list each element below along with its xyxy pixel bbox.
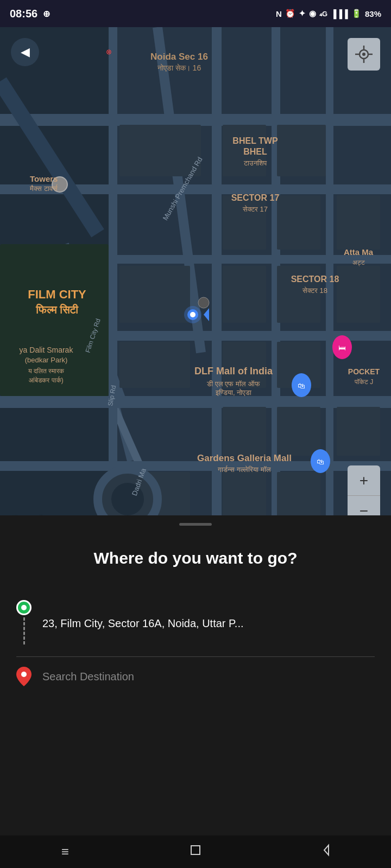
svg-text:Towers: Towers xyxy=(30,174,58,183)
locate-me-button[interactable] xyxy=(348,38,380,71)
svg-point-88 xyxy=(362,53,365,56)
destination-pin-icon xyxy=(16,667,31,686)
svg-text:⊗: ⊗ xyxy=(106,48,112,56)
svg-text:पॉकेट J: पॉकेट J xyxy=(354,378,373,386)
nav-bar: ≡ xyxy=(0,835,391,868)
svg-rect-20 xyxy=(223,195,266,250)
map-area[interactable]: Noida Sec 16 ⊗ नोएडा सेक। 16 BHEL TWP BH… xyxy=(0,27,391,542)
destination-icon-wrap xyxy=(16,667,31,686)
current-location-row[interactable]: 23, Film City, Sector 16A, Noida, Uttar … xyxy=(16,590,375,656)
drag-handle[interactable] xyxy=(179,523,212,526)
zoom-in-button[interactable]: + xyxy=(348,465,380,496)
network-icon: ₄G xyxy=(319,10,327,18)
bluetooth-icon: ✦ xyxy=(299,9,306,18)
alarm-icon: ⏰ xyxy=(285,9,295,18)
svg-text:BHEL TWP: BHEL TWP xyxy=(232,136,278,145)
svg-text:टाउनशिप: टाउनशिप xyxy=(243,159,267,167)
svg-rect-31 xyxy=(277,407,320,456)
svg-rect-24 xyxy=(223,266,266,323)
svg-rect-17 xyxy=(119,125,201,176)
bottom-sheet: Where do you want to go? 23, Film City, … xyxy=(0,515,391,835)
svg-text:सेक्टर 18: सेक्टर 18 xyxy=(302,286,327,295)
svg-text:अट्ट: अट्ट xyxy=(352,259,365,266)
svg-rect-32 xyxy=(337,407,380,456)
back-arrow-icon: ◀ xyxy=(21,45,30,59)
svg-text:SECTOR 18: SECTOR 18 xyxy=(291,275,339,284)
svg-text:SECTOR 17: SECTOR 17 xyxy=(231,193,280,202)
svg-text:FILM CITY: FILM CITY xyxy=(28,288,86,301)
back-nav-button[interactable] xyxy=(310,841,342,863)
svg-rect-19 xyxy=(277,125,326,176)
menu-icon: ≡ xyxy=(61,844,69,859)
svg-text:(bedkar Park): (bedkar Park) xyxy=(25,356,68,364)
svg-text:मैक्स टावर्स: मैक्स टावर्स xyxy=(29,184,58,193)
svg-text:BHEL: BHEL xyxy=(243,147,267,156)
map-background: Noida Sec 16 ⊗ नोएडा सेक। 16 BHEL TWP BH… xyxy=(0,27,391,542)
signal-bars-icon: ▐▐▐ xyxy=(331,9,348,18)
svg-rect-27 xyxy=(119,342,190,388)
route-line xyxy=(23,617,25,644)
current-location-text[interactable]: 23, Film City, Sector 16A, Noida, Uttar … xyxy=(42,616,375,630)
svg-rect-90 xyxy=(191,846,200,854)
location-inputs: 23, Film City, Sector 16A, Noida, Uttar … xyxy=(0,590,391,696)
svg-text:आंबेडकर पार्क): आंबेडकर पार्क) xyxy=(29,376,63,384)
svg-rect-15 xyxy=(109,27,117,542)
battery-percent: 83% xyxy=(365,9,381,18)
svg-text:फिल्म सिटी: फिल्म सिटी xyxy=(35,303,79,316)
svg-text:य दलित स्मारक: य दलित स्मारक xyxy=(28,367,65,375)
svg-text:🛏: 🛏 xyxy=(338,343,346,352)
svg-text:गार्डन्स गल्लेरिया मॉल: गार्डन्स गल्लेरिया मॉल xyxy=(217,465,270,474)
svg-rect-30 xyxy=(223,407,266,456)
destination-placeholder[interactable]: Search Destination xyxy=(42,671,134,683)
svg-marker-91 xyxy=(324,845,329,855)
svg-text:Gardens Galleria Mall: Gardens Galleria Mall xyxy=(197,453,292,463)
back-icon xyxy=(319,843,333,860)
svg-text:इण्डिया, नोएडा: इण्डिया, नोएडा xyxy=(215,388,252,397)
svg-rect-22 xyxy=(337,195,380,250)
svg-text:🛍: 🛍 xyxy=(317,457,324,466)
svg-text:DLF Mall of India: DLF Mall of India xyxy=(194,366,273,376)
svg-point-82 xyxy=(198,297,209,308)
destination-row[interactable]: Search Destination xyxy=(16,656,375,696)
svg-rect-26 xyxy=(337,266,380,323)
status-bar: 08:56 ⊕ N ⏰ ✦ ◉ ₄G ▐▐▐ 🔋 83% xyxy=(0,0,391,27)
menu-nav-button[interactable]: ≡ xyxy=(49,841,81,863)
location-icon: ◉ xyxy=(309,9,316,18)
battery-icon: 🔋 xyxy=(351,9,362,18)
status-time: 08:56 xyxy=(10,8,37,20)
svg-text:सेक्टर 17: सेक्टर 17 xyxy=(242,205,268,213)
sheet-title: Where do you want to go? xyxy=(16,547,375,569)
status-left: 08:56 ⊕ xyxy=(10,8,50,20)
home-icon xyxy=(188,843,203,860)
whatsapp-icon: ⊕ xyxy=(43,9,50,19)
map-back-button[interactable]: ◀ xyxy=(11,38,39,66)
status-right: N ⏰ ✦ ◉ ₄G ▐▐▐ 🔋 83% xyxy=(276,9,381,18)
svg-text:POCKET: POCKET xyxy=(348,367,380,376)
svg-rect-23 xyxy=(119,266,190,323)
svg-point-74 xyxy=(190,312,195,317)
svg-rect-37 xyxy=(11,255,98,385)
origin-icon-wrap xyxy=(16,600,31,647)
svg-text:डी एल एफ मॉल ऑफ: डी एल एफ मॉल ऑफ xyxy=(206,380,260,388)
svg-text:Atta Ma: Atta Ma xyxy=(344,247,374,257)
home-nav-button[interactable] xyxy=(179,841,212,863)
nfc-icon: N xyxy=(276,9,282,18)
svg-text:🛍: 🛍 xyxy=(298,381,305,390)
svg-point-89 xyxy=(21,672,27,677)
svg-text:नोएडा सेक। 16: नोएडा सेक। 16 xyxy=(157,63,201,72)
svg-rect-21 xyxy=(277,195,320,250)
origin-dot-icon xyxy=(16,600,31,615)
svg-text:Noida Sec 16: Noida Sec 16 xyxy=(150,52,208,62)
locate-icon xyxy=(355,46,373,63)
svg-text:ya Dalit Smarak: ya Dalit Smarak xyxy=(20,346,74,354)
